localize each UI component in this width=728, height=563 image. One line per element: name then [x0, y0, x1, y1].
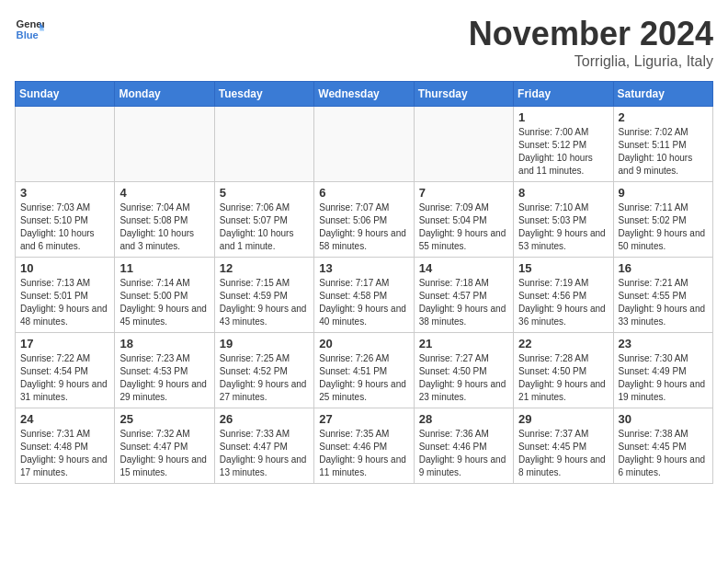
day-number: 9	[619, 186, 708, 200]
day-header-thursday: Thursday	[414, 82, 513, 107]
day-number: 29	[518, 412, 608, 426]
calendar-week-4: 17Sunrise: 7:22 AM Sunset: 4:54 PM Dayli…	[16, 333, 713, 408]
day-number: 7	[419, 186, 508, 200]
day-info: Sunrise: 7:18 AM Sunset: 4:57 PM Dayligh…	[419, 277, 508, 328]
day-info: Sunrise: 7:04 AM Sunset: 5:08 PM Dayligh…	[119, 201, 209, 253]
day-number: 16	[619, 261, 708, 275]
day-number: 2	[619, 110, 708, 124]
calendar-cell	[115, 107, 214, 182]
day-header-monday: Monday	[115, 82, 214, 107]
calendar-week-3: 10Sunrise: 7:13 AM Sunset: 5:01 PM Dayli…	[16, 258, 713, 333]
day-info: Sunrise: 7:21 AM Sunset: 4:55 PM Dayligh…	[619, 277, 708, 328]
day-number: 15	[518, 261, 608, 275]
calendar-week-5: 24Sunrise: 7:31 AM Sunset: 4:48 PM Dayli…	[16, 408, 713, 484]
day-info: Sunrise: 7:27 AM Sunset: 4:50 PM Dayligh…	[419, 352, 508, 404]
calendar-cell: 30Sunrise: 7:38 AM Sunset: 4:45 PM Dayli…	[613, 408, 712, 484]
day-number: 13	[319, 261, 408, 275]
svg-text:Blue: Blue	[17, 29, 39, 40]
day-header-tuesday: Tuesday	[214, 82, 313, 107]
calendar-cell	[16, 107, 115, 182]
day-number: 26	[220, 412, 309, 426]
day-number: 20	[319, 337, 408, 350]
calendar-cell: 22Sunrise: 7:28 AM Sunset: 4:50 PM Dayli…	[514, 333, 613, 408]
logo-icon: General Blue	[15, 15, 44, 44]
day-number: 11	[119, 261, 209, 275]
day-info: Sunrise: 7:19 AM Sunset: 4:56 PM Dayligh…	[518, 277, 608, 328]
day-info: Sunrise: 7:35 AM Sunset: 4:46 PM Dayligh…	[319, 428, 408, 479]
calendar-cell: 26Sunrise: 7:33 AM Sunset: 4:47 PM Dayli…	[214, 408, 313, 484]
day-number: 30	[619, 412, 708, 426]
day-number: 24	[20, 412, 109, 426]
calendar-cell	[214, 107, 313, 182]
calendar-cell: 9Sunrise: 7:11 AM Sunset: 5:02 PM Daylig…	[613, 182, 712, 258]
day-info: Sunrise: 7:17 AM Sunset: 4:58 PM Dayligh…	[319, 277, 408, 328]
day-info: Sunrise: 7:37 AM Sunset: 4:45 PM Dayligh…	[518, 428, 608, 479]
day-info: Sunrise: 7:32 AM Sunset: 4:47 PM Dayligh…	[119, 428, 209, 479]
calendar-cell: 27Sunrise: 7:35 AM Sunset: 4:46 PM Dayli…	[314, 408, 414, 484]
calendar-week-2: 3Sunrise: 7:03 AM Sunset: 5:10 PM Daylig…	[16, 182, 713, 258]
day-number: 27	[319, 412, 408, 426]
day-info: Sunrise: 7:25 AM Sunset: 4:52 PM Dayligh…	[220, 352, 309, 404]
day-info: Sunrise: 7:10 AM Sunset: 5:03 PM Dayligh…	[518, 201, 608, 253]
calendar-cell: 25Sunrise: 7:32 AM Sunset: 4:47 PM Dayli…	[115, 408, 214, 484]
day-info: Sunrise: 7:36 AM Sunset: 4:46 PM Dayligh…	[419, 428, 508, 479]
day-number: 6	[319, 186, 408, 200]
calendar-cell: 15Sunrise: 7:19 AM Sunset: 4:56 PM Dayli…	[514, 258, 613, 333]
calendar-cell: 13Sunrise: 7:17 AM Sunset: 4:58 PM Dayli…	[314, 258, 414, 333]
day-info: Sunrise: 7:07 AM Sunset: 5:06 PM Dayligh…	[319, 201, 408, 253]
calendar-cell: 5Sunrise: 7:06 AM Sunset: 5:07 PM Daylig…	[214, 182, 313, 258]
day-header-wednesday: Wednesday	[314, 82, 414, 107]
day-number: 18	[119, 337, 209, 350]
day-header-friday: Friday	[514, 82, 613, 107]
day-number: 3	[20, 186, 109, 200]
calendar-cell: 1Sunrise: 7:00 AM Sunset: 5:12 PM Daylig…	[514, 107, 613, 182]
day-info: Sunrise: 7:11 AM Sunset: 5:02 PM Dayligh…	[619, 201, 708, 253]
calendar-cell: 16Sunrise: 7:21 AM Sunset: 4:55 PM Dayli…	[613, 258, 712, 333]
day-info: Sunrise: 7:09 AM Sunset: 5:04 PM Dayligh…	[419, 201, 508, 253]
calendar-cell: 3Sunrise: 7:03 AM Sunset: 5:10 PM Daylig…	[16, 182, 115, 258]
day-number: 5	[220, 186, 309, 200]
calendar-cell: 8Sunrise: 7:10 AM Sunset: 5:03 PM Daylig…	[514, 182, 613, 258]
day-number: 19	[220, 337, 309, 350]
calendar-cell: 24Sunrise: 7:31 AM Sunset: 4:48 PM Dayli…	[16, 408, 115, 484]
day-info: Sunrise: 7:26 AM Sunset: 4:51 PM Dayligh…	[319, 352, 408, 404]
calendar-cell: 23Sunrise: 7:30 AM Sunset: 4:49 PM Dayli…	[613, 333, 712, 408]
day-number: 10	[20, 261, 109, 275]
calendar-cell: 10Sunrise: 7:13 AM Sunset: 5:01 PM Dayli…	[16, 258, 115, 333]
day-number: 22	[518, 337, 608, 350]
location-title: Torriglia, Liguria, Italy	[469, 53, 713, 70]
calendar-cell: 29Sunrise: 7:37 AM Sunset: 4:45 PM Dayli…	[514, 408, 613, 484]
day-number: 14	[419, 261, 508, 275]
calendar-cell: 14Sunrise: 7:18 AM Sunset: 4:57 PM Dayli…	[414, 258, 513, 333]
calendar-table: SundayMondayTuesdayWednesdayThursdayFrid…	[15, 81, 713, 484]
calendar-cell: 20Sunrise: 7:26 AM Sunset: 4:51 PM Dayli…	[314, 333, 414, 408]
day-info: Sunrise: 7:33 AM Sunset: 4:47 PM Dayligh…	[220, 428, 309, 479]
day-info: Sunrise: 7:31 AM Sunset: 4:48 PM Dayligh…	[20, 428, 109, 479]
calendar-cell: 18Sunrise: 7:23 AM Sunset: 4:53 PM Dayli…	[115, 333, 214, 408]
day-info: Sunrise: 7:02 AM Sunset: 5:11 PM Dayligh…	[619, 126, 708, 178]
calendar-cell: 21Sunrise: 7:27 AM Sunset: 4:50 PM Dayli…	[414, 333, 513, 408]
calendar-header-row: SundayMondayTuesdayWednesdayThursdayFrid…	[16, 82, 713, 107]
day-info: Sunrise: 7:28 AM Sunset: 4:50 PM Dayligh…	[518, 352, 608, 404]
day-header-saturday: Saturday	[613, 82, 712, 107]
calendar-cell	[314, 107, 414, 182]
day-info: Sunrise: 7:00 AM Sunset: 5:12 PM Dayligh…	[518, 126, 608, 178]
day-info: Sunrise: 7:30 AM Sunset: 4:49 PM Dayligh…	[619, 352, 708, 404]
day-info: Sunrise: 7:06 AM Sunset: 5:07 PM Dayligh…	[220, 201, 309, 253]
calendar-cell: 6Sunrise: 7:07 AM Sunset: 5:06 PM Daylig…	[314, 182, 414, 258]
calendar-cell	[414, 107, 513, 182]
day-number: 1	[518, 110, 608, 124]
day-info: Sunrise: 7:15 AM Sunset: 4:59 PM Dayligh…	[220, 277, 309, 328]
day-number: 25	[119, 412, 209, 426]
page-header: General Blue November 2024 Torriglia, Li…	[15, 15, 713, 70]
day-number: 17	[20, 337, 109, 350]
calendar-cell: 19Sunrise: 7:25 AM Sunset: 4:52 PM Dayli…	[214, 333, 313, 408]
day-number: 28	[419, 412, 508, 426]
day-info: Sunrise: 7:13 AM Sunset: 5:01 PM Dayligh…	[20, 277, 109, 328]
day-info: Sunrise: 7:14 AM Sunset: 5:00 PM Dayligh…	[119, 277, 209, 328]
day-info: Sunrise: 7:03 AM Sunset: 5:10 PM Dayligh…	[20, 201, 109, 253]
calendar-cell: 28Sunrise: 7:36 AM Sunset: 4:46 PM Dayli…	[414, 408, 513, 484]
calendar-week-1: 1Sunrise: 7:00 AM Sunset: 5:12 PM Daylig…	[16, 107, 713, 182]
day-number: 21	[419, 337, 508, 350]
calendar-cell: 7Sunrise: 7:09 AM Sunset: 5:04 PM Daylig…	[414, 182, 513, 258]
